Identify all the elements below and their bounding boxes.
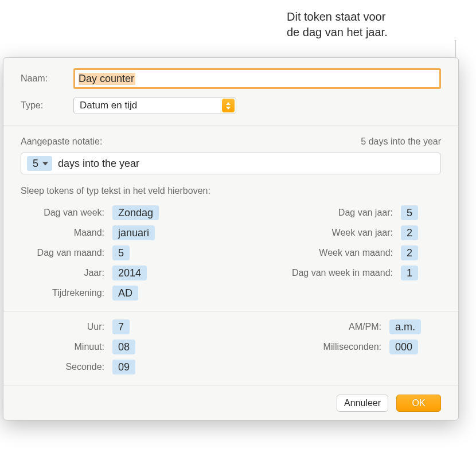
token-value: 5 [33, 158, 38, 170]
token-hour[interactable]: 7 [112, 319, 130, 334]
name-input[interactable]: Day counter [73, 68, 441, 89]
name-label: Naam: [21, 73, 62, 84]
token-text: a.m. [395, 321, 415, 333]
token-text: 1 [407, 267, 412, 279]
token-text: 2014 [118, 267, 141, 279]
annotation-line2: de dag van het jaar. [287, 26, 388, 38]
token-text: 08 [118, 341, 130, 353]
annotation-line1: Dit token staat voor [287, 10, 385, 23]
token-text: 5 [118, 247, 124, 259]
token-text: 5 [407, 207, 412, 219]
label-msec: Milliseconden: [275, 342, 389, 352]
label-month: Maand: [21, 228, 112, 238]
token-week-of-year[interactable]: 2 [401, 225, 418, 240]
ok-button-label: OK [412, 398, 425, 408]
label-ampm: AM/PM: [275, 322, 389, 332]
token-day-of-month[interactable]: 5 [112, 245, 130, 260]
token-day-of-week[interactable]: Zondag [112, 205, 159, 220]
token-day-of-year[interactable]: 5 [401, 205, 418, 220]
token-second[interactable]: 09 [112, 360, 135, 374]
token-text: 7 [118, 321, 124, 333]
custom-format-dialog: Naam: Day counter Type: Datum en tijd Aa… [3, 57, 459, 420]
token-text: 09 [118, 361, 130, 373]
token-minute[interactable]: 08 [112, 340, 135, 354]
token-week-of-month[interactable]: 2 [401, 245, 418, 260]
select-stepper-icon [222, 99, 235, 112]
format-section: Aangepaste notatie: 5 days into the year… [3, 126, 458, 205]
label-week-of-month: Week van maand: [286, 248, 401, 258]
cancel-button-label: Annuleer [344, 398, 381, 408]
token-text: AD [118, 287, 132, 299]
name-input-value: Day counter [79, 73, 135, 85]
token-text: januari [118, 227, 149, 239]
custom-format-label: Aangepaste notatie: [21, 136, 102, 147]
chevron-up-icon [226, 102, 231, 105]
token-month[interactable]: januari [112, 225, 155, 240]
token-text: Zondag [118, 207, 153, 219]
annotation-text: Dit token staat voor de dag van het jaar… [287, 9, 465, 40]
label-year: Jaar: [21, 268, 112, 278]
format-field[interactable]: 5 days into the year [21, 153, 441, 174]
chevron-down-icon [226, 107, 231, 110]
token-text: 2 [407, 247, 412, 259]
type-select[interactable]: Datum en tijd [73, 97, 236, 114]
label-hour: Uur: [21, 322, 112, 332]
token-text: 000 [395, 341, 412, 353]
date-tokens-section: Dag van week: Zondag Dag van jaar: 5 Maa… [3, 205, 458, 307]
ok-button[interactable]: OK [396, 395, 441, 412]
label-era: Tijdrekening: [21, 288, 112, 298]
label-minute: Minuut: [21, 342, 112, 352]
label-day-of-month: Dag van maand: [21, 248, 112, 258]
label-day-of-week: Dag van week: [21, 208, 112, 218]
token-text: 2 [407, 227, 412, 239]
type-label: Type: [21, 100, 62, 111]
label-second: Seconde: [21, 362, 112, 372]
format-field-text: days into the year [58, 158, 139, 170]
token-msec[interactable]: 000 [389, 340, 418, 354]
label-weekday-in-month: Dag van week in maand: [286, 268, 401, 278]
cancel-button[interactable]: Annuleer [337, 395, 388, 412]
token-year[interactable]: 2014 [112, 266, 147, 280]
type-select-value: Datum en tijd [80, 100, 137, 111]
token-weekday-in-month[interactable]: 1 [401, 266, 418, 280]
time-tokens-section: Uur: 7 AM/PM: a.m. Minuut: 08 Millisecon… [3, 311, 458, 381]
format-preview: 5 days into the year [361, 136, 441, 147]
label-week-of-year: Week van jaar: [286, 228, 401, 238]
label-day-of-year: Dag van jaar: [286, 208, 401, 218]
dialog-buttons: Annuleer OK [3, 385, 458, 412]
token-day-of-year-in-field[interactable]: 5 [27, 156, 52, 171]
token-era[interactable]: AD [112, 286, 138, 301]
header-section: Naam: Day counter Type: Datum en tijd [3, 58, 458, 122]
token-ampm[interactable]: a.m. [389, 319, 421, 334]
drag-instruction: Sleep tokens of typ tekst in het veld hi… [21, 186, 441, 196]
